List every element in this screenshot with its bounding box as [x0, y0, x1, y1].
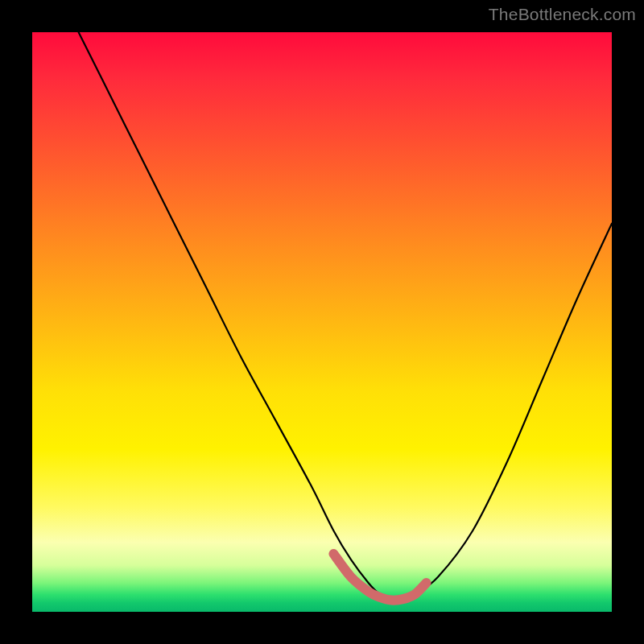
trough-highlight-path — [333, 554, 426, 601]
curve-layer — [32, 32, 612, 612]
watermark-text: TheBottleneck.com — [489, 5, 636, 24]
chart-frame: TheBottleneck.com — [0, 0, 644, 644]
main-curve-path — [79, 32, 612, 601]
plot-area — [32, 32, 612, 612]
